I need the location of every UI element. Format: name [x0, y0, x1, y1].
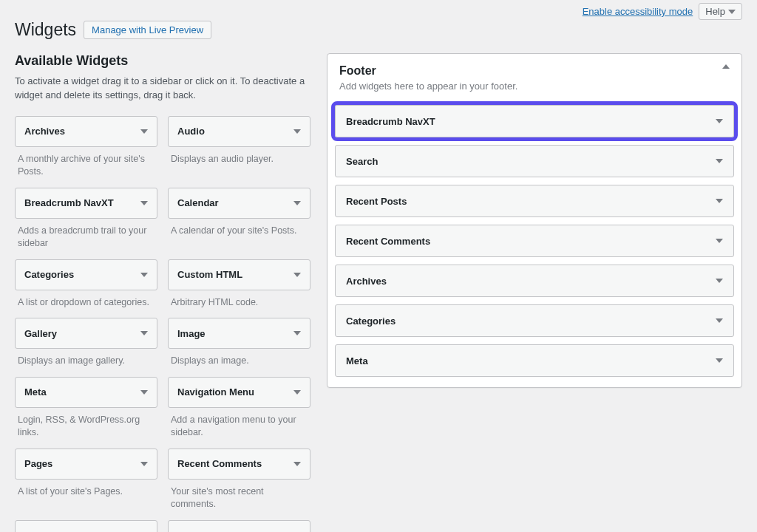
footer-widget-label: Breadcrumb NavXT	[346, 116, 435, 127]
chevron-down-icon	[140, 273, 148, 277]
page-header: Widgets Manage with Live Preview	[15, 20, 742, 40]
footer-widget-label: Search	[346, 156, 378, 167]
widget-desc: A list of your site's Pages.	[15, 480, 157, 499]
footer-widget-item[interactable]: Recent Posts	[335, 185, 734, 217]
footer-panel-title: Footer	[339, 64, 376, 78]
available-widget: ImageDisplays an image.	[168, 318, 310, 368]
chevron-down-icon	[293, 331, 301, 335]
widget-label: Audio	[177, 126, 205, 137]
available-widget: PagesA list of your site's Pages.	[15, 449, 157, 511]
available-widget: RSSEntries from any RSS or Atom feed.	[168, 520, 310, 532]
available-widgets-column: Available Widgets To activate a widget d…	[15, 53, 310, 532]
available-widget: CalendarA calendar of your site's Posts.	[168, 188, 310, 250]
chevron-down-icon	[716, 318, 723, 323]
footer-widget-label: Categories	[346, 316, 396, 327]
widget-label: Gallery	[24, 328, 57, 339]
widget-desc: Adds a breadcrumb trail to your sidebar	[15, 219, 157, 250]
chevron-down-icon	[140, 201, 148, 205]
widget-box[interactable]: Recent Posts	[15, 520, 157, 532]
chevron-down-icon	[140, 390, 148, 395]
widget-label: Pages	[24, 458, 52, 469]
available-widget: Recent CommentsYour site's most recent c…	[168, 449, 310, 511]
chevron-down-icon	[293, 273, 301, 277]
widget-label: Recent Comments	[177, 458, 262, 469]
available-widget: Navigation MenuAdd a navigation menu to …	[168, 377, 310, 440]
widget-desc: Add a navigation menu to your sidebar.	[168, 408, 310, 440]
footer-widget-item[interactable]: Archives	[335, 265, 734, 297]
widget-box[interactable]: Navigation Menu	[168, 377, 310, 408]
accessibility-link[interactable]: Enable accessibility mode	[583, 6, 693, 17]
widget-box[interactable]: Breadcrumb NavXT	[15, 188, 157, 219]
available-widget: GalleryDisplays an image gallery.	[15, 318, 157, 368]
widget-label: Custom HTML	[177, 269, 242, 280]
widget-box[interactable]: Audio	[168, 116, 310, 147]
available-widget: Breadcrumb NavXTAdds a breadcrumb trail …	[15, 188, 157, 250]
footer-widget-label: Meta	[346, 355, 368, 366]
chevron-down-icon	[716, 199, 723, 203]
chevron-down-icon	[140, 331, 148, 335]
widget-label: Calendar	[177, 197, 219, 208]
chevron-down-icon	[293, 129, 301, 134]
widget-desc: A calendar of your site's Posts.	[168, 219, 310, 238]
chevron-down-icon	[293, 201, 301, 205]
sidebar-column: Footer Add widgets here to appear in you…	[327, 53, 742, 388]
widget-desc: Displays an image.	[168, 349, 310, 368]
widget-label: Breadcrumb NavXT	[24, 197, 114, 208]
chevron-down-icon	[716, 239, 723, 243]
help-label: Help	[705, 6, 725, 17]
footer-panel-desc: Add widgets here to appear in your foote…	[327, 81, 741, 102]
widget-desc: Displays an audio player.	[168, 147, 310, 166]
widget-box[interactable]: Recent Comments	[168, 449, 310, 480]
widget-desc: Login, RSS, & WordPress.org links.	[15, 408, 157, 440]
widget-desc: Arbitrary HTML code.	[168, 290, 310, 310]
widget-desc: A list or dropdown of categories.	[15, 290, 157, 310]
footer-widget-item[interactable]: Categories	[335, 304, 734, 337]
widget-desc: A monthly archive of your site's Posts.	[15, 147, 157, 179]
widget-box[interactable]: Pages	[15, 449, 157, 480]
footer-panel: Footer Add widgets here to appear in you…	[327, 53, 742, 388]
widget-label: Navigation Menu	[177, 386, 254, 398]
widget-label: Image	[177, 328, 206, 339]
footer-widget-label: Recent Comments	[346, 236, 430, 247]
widget-box[interactable]: Gallery	[15, 318, 157, 349]
available-widget: CategoriesA list or dropdown of categori…	[15, 259, 157, 310]
widget-box[interactable]: Archives	[15, 116, 157, 147]
footer-widget-item[interactable]: Search	[335, 145, 734, 177]
page-title: Widgets	[15, 20, 76, 40]
help-button[interactable]: Help	[699, 3, 742, 20]
chevron-down-icon	[716, 159, 723, 163]
widget-box[interactable]: Meta	[15, 377, 157, 408]
available-widgets-desc: To activate a widget drag it to a sideba…	[15, 75, 310, 103]
chevron-down-icon	[293, 462, 301, 466]
live-preview-button[interactable]: Manage with Live Preview	[84, 21, 211, 39]
available-widgets-title: Available Widgets	[15, 53, 310, 69]
widget-box[interactable]: Calendar	[168, 188, 310, 219]
widget-desc: Displays an image gallery.	[15, 349, 157, 368]
available-widget: Recent PostsYour site's most recent Post…	[15, 520, 157, 532]
widget-box[interactable]: Custom HTML	[168, 259, 310, 290]
widget-box[interactable]: Categories	[15, 259, 157, 290]
available-widget: Custom HTMLArbitrary HTML code.	[168, 259, 310, 310]
widget-label: Meta	[24, 386, 47, 398]
chevron-down-icon	[140, 462, 148, 466]
widget-label: Categories	[24, 269, 74, 280]
footer-widget-item[interactable]: Recent Comments	[335, 225, 734, 257]
chevron-down-icon	[716, 279, 723, 283]
widget-label: Archives	[24, 126, 65, 137]
chevron-down-icon	[140, 129, 148, 134]
widget-box[interactable]: RSS	[168, 520, 310, 532]
footer-widget-label: Recent Posts	[346, 196, 407, 207]
chevron-down-icon	[728, 10, 736, 14]
footer-widget-label: Archives	[346, 276, 387, 287]
chevron-down-icon	[716, 358, 723, 363]
footer-widget-item[interactable]: Breadcrumb NavXT	[335, 105, 734, 137]
footer-panel-header[interactable]: Footer	[327, 54, 741, 81]
available-widget: MetaLogin, RSS, & WordPress.org links.	[15, 377, 157, 440]
available-widget: AudioDisplays an audio player.	[168, 116, 310, 179]
widget-box[interactable]: Image	[168, 318, 310, 349]
chevron-down-icon	[716, 119, 723, 123]
widget-desc: Your site's most recent comments.	[168, 480, 310, 511]
footer-widget-item[interactable]: Meta	[335, 344, 734, 377]
chevron-down-icon	[293, 390, 301, 395]
chevron-up-icon	[722, 64, 730, 69]
